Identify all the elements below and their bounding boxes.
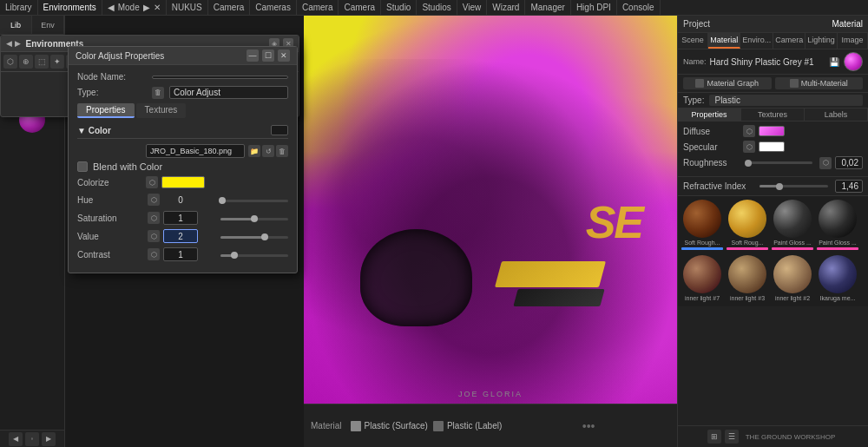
- close-mode-icon[interactable]: ✕: [154, 3, 161, 12]
- bottom-material-2[interactable]: Plastic (Label): [433, 421, 502, 431]
- image-refresh-icon[interactable]: ↺: [262, 145, 274, 157]
- rp-grid-icon[interactable]: ⊞: [707, 430, 721, 444]
- rp-tab-image[interactable]: Image: [838, 33, 868, 49]
- saturation-icon[interactable]: ⬡: [148, 212, 160, 224]
- image-delete-icon[interactable]: 🗑: [276, 145, 288, 157]
- menu-console[interactable]: Console: [617, 0, 661, 15]
- rp-tab-scene[interactable]: Scene: [678, 33, 708, 49]
- mat-thumb-4[interactable]: Paint Gloss ...: [817, 200, 858, 250]
- type-delete-icon[interactable]: 🗑: [152, 87, 164, 99]
- menu-camera[interactable]: Camera: [208, 0, 251, 15]
- contrast-field[interactable]: 1: [163, 247, 198, 261]
- bottom-material-1[interactable]: Plastic (Surface): [351, 421, 428, 431]
- mat-thumb-b1[interactable]: inner light #7: [681, 255, 723, 302]
- menu-nukus[interactable]: NUKUS: [167, 0, 208, 15]
- contrast-slider-thumb[interactable]: [231, 252, 238, 259]
- ne-tool-2[interactable]: ⊕: [19, 55, 33, 69]
- mp-tab-textures[interactable]: Textures: [741, 108, 805, 121]
- mat-thumb-label-b2: inner light #3: [730, 295, 765, 302]
- menu-camera2[interactable]: Camera: [297, 0, 339, 15]
- menu-library[interactable]: Library: [0, 0, 38, 15]
- hue-field[interactable]: 0: [163, 193, 198, 207]
- mat-thumb-b3[interactable]: inner light #2: [772, 255, 813, 302]
- float-close-btn[interactable]: ✕: [278, 49, 290, 62]
- mp-tab-properties[interactable]: Properties: [678, 108, 741, 121]
- ne-tool-1[interactable]: ⬡: [3, 55, 17, 69]
- mat-save-icon[interactable]: 💾: [828, 56, 840, 68]
- ne-tool-4[interactable]: ✦: [50, 55, 64, 69]
- left-tab-env[interactable]: Env: [32, 16, 64, 34]
- float-minimize-btn[interactable]: —: [247, 49, 259, 62]
- ne-tool-3[interactable]: ⬚: [35, 55, 49, 69]
- roughness-node-icon[interactable]: ⬡: [819, 157, 832, 169]
- menu-studio[interactable]: Studio: [381, 0, 417, 15]
- viewport[interactable]: SE JOE GLORIA: [304, 16, 677, 404]
- next-icon[interactable]: ▶: [143, 3, 150, 12]
- left-bottom-icon-1[interactable]: ◀: [9, 432, 23, 446]
- saturation-field[interactable]: 1: [163, 211, 198, 225]
- material-graph-btn[interactable]: Material Graph: [683, 77, 772, 89]
- mp-tab-labels[interactable]: Labels: [805, 108, 868, 121]
- value-slider-track[interactable]: [220, 236, 288, 239]
- roughness-slider[interactable]: [746, 161, 812, 164]
- rp-tab-enviro[interactable]: Enviro...: [740, 33, 773, 49]
- image-input[interactable]: JRO_D_Basic_180.png: [146, 144, 245, 158]
- diffuse-node-icon[interactable]: ⬡: [743, 125, 755, 137]
- left-bottom-icon-2[interactable]: ◦: [25, 432, 39, 446]
- image-folder-icon[interactable]: 📁: [248, 145, 260, 157]
- mat-thumb-3[interactable]: Paint Gloss ...: [772, 200, 813, 250]
- material-header-label: Material: [832, 19, 863, 29]
- hue-slider-thumb[interactable]: [219, 197, 226, 204]
- mat-thumb-1[interactable]: Soft Rough...: [681, 200, 723, 250]
- mat-name-value[interactable]: Hard Shiny Plastic Grey #1: [710, 57, 825, 67]
- rp-tab-camera[interactable]: Camera: [773, 33, 806, 49]
- mat-thumb-b2[interactable]: inner light #3: [727, 255, 768, 302]
- contrast-slider-track[interactable]: [220, 254, 288, 257]
- rp-list-icon[interactable]: ☰: [725, 430, 739, 444]
- mat-thumb-2[interactable]: Soft Roug...: [727, 200, 768, 250]
- ne-left-arrows[interactable]: ◀ ▶: [6, 39, 21, 48]
- multi-material-btn[interactable]: Multi-Material: [775, 77, 864, 89]
- hue-slider-track[interactable]: [220, 200, 288, 202]
- hue-icon[interactable]: ⬡: [148, 194, 160, 206]
- colorize-icon[interactable]: ⬡: [146, 176, 158, 188]
- rp-tab-lighting[interactable]: Lighting: [806, 33, 838, 49]
- menu-mode[interactable]: ◀ Mode ▶ ✕: [102, 0, 167, 15]
- value-slider-thumb[interactable]: [261, 233, 268, 240]
- contrast-icon[interactable]: ⬡: [148, 248, 160, 260]
- menu-cameras[interactable]: Cameras: [250, 0, 297, 15]
- menu-high-dpi[interactable]: High DPI: [571, 0, 617, 15]
- specular-swatch[interactable]: [759, 141, 785, 152]
- rp-tab-material[interactable]: Material: [708, 33, 740, 49]
- saturation-slider-thumb[interactable]: [251, 215, 258, 222]
- specular-node-icon[interactable]: ⬡: [743, 141, 755, 153]
- mat-thumb-b4[interactable]: Ikaruga me...: [817, 255, 858, 302]
- menu-environments[interactable]: Environments: [38, 0, 102, 15]
- prev-icon[interactable]: ◀: [108, 3, 115, 12]
- value-field[interactable]: 2: [163, 229, 198, 243]
- mat-type-value[interactable]: Plastic: [709, 95, 863, 106]
- tab-properties[interactable]: Properties: [77, 103, 135, 118]
- menu-manager[interactable]: Manager: [525, 0, 570, 15]
- mat-name-swatch[interactable]: [844, 52, 863, 71]
- type-value[interactable]: Color Adjust: [169, 86, 288, 99]
- tab-textures[interactable]: Textures: [136, 103, 187, 118]
- color-swatch-black[interactable]: [271, 125, 288, 135]
- left-panel-tabs: Lib Env: [0, 16, 64, 35]
- colorize-swatch[interactable]: [161, 176, 205, 188]
- menu-camera3[interactable]: Camera: [339, 0, 381, 15]
- diffuse-swatch[interactable]: [759, 126, 785, 136]
- node-name-value[interactable]: [152, 76, 288, 79]
- value-icon[interactable]: ⬡: [148, 230, 160, 242]
- blend-checkbox[interactable]: [77, 161, 88, 172]
- menu-wizard[interactable]: Wizard: [487, 0, 525, 15]
- menu-studios[interactable]: Studios: [417, 0, 457, 15]
- refract-slider-thumb[interactable]: [776, 183, 783, 190]
- menu-view[interactable]: View: [457, 0, 488, 15]
- left-bottom-icon-3[interactable]: ▶: [42, 432, 56, 446]
- roughness-slider-thumb[interactable]: [745, 160, 752, 167]
- float-maximize-btn[interactable]: ☐: [262, 49, 274, 62]
- left-tab-library[interactable]: Lib: [0, 16, 32, 34]
- saturation-slider-track[interactable]: [220, 218, 288, 220]
- refract-slider[interactable]: [760, 185, 829, 187]
